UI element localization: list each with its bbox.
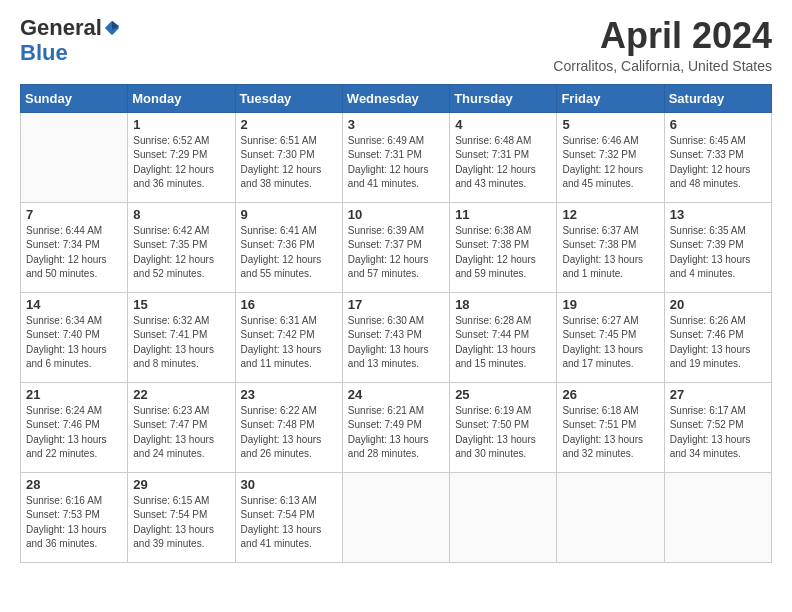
day-number: 12 bbox=[562, 207, 658, 222]
day-number: 21 bbox=[26, 387, 122, 402]
calendar-cell bbox=[664, 472, 771, 562]
logo-icon bbox=[103, 19, 121, 37]
day-info: Sunrise: 6:30 AMSunset: 7:43 PMDaylight:… bbox=[348, 314, 444, 372]
day-number: 24 bbox=[348, 387, 444, 402]
week-row-3: 14Sunrise: 6:34 AMSunset: 7:40 PMDayligh… bbox=[21, 292, 772, 382]
calendar-cell: 3Sunrise: 6:49 AMSunset: 7:31 PMDaylight… bbox=[342, 112, 449, 202]
day-number: 7 bbox=[26, 207, 122, 222]
day-info: Sunrise: 6:15 AMSunset: 7:54 PMDaylight:… bbox=[133, 494, 229, 552]
day-info: Sunrise: 6:49 AMSunset: 7:31 PMDaylight:… bbox=[348, 134, 444, 192]
calendar-cell: 20Sunrise: 6:26 AMSunset: 7:46 PMDayligh… bbox=[664, 292, 771, 382]
calendar-cell: 10Sunrise: 6:39 AMSunset: 7:37 PMDayligh… bbox=[342, 202, 449, 292]
day-number: 14 bbox=[26, 297, 122, 312]
day-info: Sunrise: 6:27 AMSunset: 7:45 PMDaylight:… bbox=[562, 314, 658, 372]
logo: General Blue bbox=[20, 16, 121, 66]
day-number: 29 bbox=[133, 477, 229, 492]
day-info: Sunrise: 6:41 AMSunset: 7:36 PMDaylight:… bbox=[241, 224, 337, 282]
calendar-cell: 28Sunrise: 6:16 AMSunset: 7:53 PMDayligh… bbox=[21, 472, 128, 562]
calendar-cell: 19Sunrise: 6:27 AMSunset: 7:45 PMDayligh… bbox=[557, 292, 664, 382]
day-info: Sunrise: 6:35 AMSunset: 7:39 PMDaylight:… bbox=[670, 224, 766, 282]
weekday-header-monday: Monday bbox=[128, 84, 235, 112]
day-info: Sunrise: 6:37 AMSunset: 7:38 PMDaylight:… bbox=[562, 224, 658, 282]
calendar-cell: 14Sunrise: 6:34 AMSunset: 7:40 PMDayligh… bbox=[21, 292, 128, 382]
day-info: Sunrise: 6:23 AMSunset: 7:47 PMDaylight:… bbox=[133, 404, 229, 462]
week-row-4: 21Sunrise: 6:24 AMSunset: 7:46 PMDayligh… bbox=[21, 382, 772, 472]
day-info: Sunrise: 6:45 AMSunset: 7:33 PMDaylight:… bbox=[670, 134, 766, 192]
day-number: 6 bbox=[670, 117, 766, 132]
calendar-cell: 8Sunrise: 6:42 AMSunset: 7:35 PMDaylight… bbox=[128, 202, 235, 292]
calendar-cell bbox=[450, 472, 557, 562]
calendar-cell: 7Sunrise: 6:44 AMSunset: 7:34 PMDaylight… bbox=[21, 202, 128, 292]
calendar-cell: 24Sunrise: 6:21 AMSunset: 7:49 PMDayligh… bbox=[342, 382, 449, 472]
day-info: Sunrise: 6:52 AMSunset: 7:29 PMDaylight:… bbox=[133, 134, 229, 192]
weekday-header-row: SundayMondayTuesdayWednesdayThursdayFrid… bbox=[21, 84, 772, 112]
day-info: Sunrise: 6:17 AMSunset: 7:52 PMDaylight:… bbox=[670, 404, 766, 462]
calendar-table: SundayMondayTuesdayWednesdayThursdayFrid… bbox=[20, 84, 772, 563]
day-number: 9 bbox=[241, 207, 337, 222]
calendar-cell: 1Sunrise: 6:52 AMSunset: 7:29 PMDaylight… bbox=[128, 112, 235, 202]
day-info: Sunrise: 6:16 AMSunset: 7:53 PMDaylight:… bbox=[26, 494, 122, 552]
day-info: Sunrise: 6:28 AMSunset: 7:44 PMDaylight:… bbox=[455, 314, 551, 372]
day-info: Sunrise: 6:48 AMSunset: 7:31 PMDaylight:… bbox=[455, 134, 551, 192]
calendar-cell: 9Sunrise: 6:41 AMSunset: 7:36 PMDaylight… bbox=[235, 202, 342, 292]
day-info: Sunrise: 6:24 AMSunset: 7:46 PMDaylight:… bbox=[26, 404, 122, 462]
day-info: Sunrise: 6:22 AMSunset: 7:48 PMDaylight:… bbox=[241, 404, 337, 462]
title-area: April 2024 Corralitos, California, Unite… bbox=[553, 16, 772, 74]
day-number: 4 bbox=[455, 117, 551, 132]
day-info: Sunrise: 6:46 AMSunset: 7:32 PMDaylight:… bbox=[562, 134, 658, 192]
day-number: 18 bbox=[455, 297, 551, 312]
day-number: 20 bbox=[670, 297, 766, 312]
day-number: 1 bbox=[133, 117, 229, 132]
logo-blue-text: Blue bbox=[20, 40, 68, 65]
calendar-cell: 12Sunrise: 6:37 AMSunset: 7:38 PMDayligh… bbox=[557, 202, 664, 292]
day-number: 3 bbox=[348, 117, 444, 132]
day-info: Sunrise: 6:44 AMSunset: 7:34 PMDaylight:… bbox=[26, 224, 122, 282]
day-info: Sunrise: 6:39 AMSunset: 7:37 PMDaylight:… bbox=[348, 224, 444, 282]
calendar-cell: 11Sunrise: 6:38 AMSunset: 7:38 PMDayligh… bbox=[450, 202, 557, 292]
month-title: April 2024 bbox=[553, 16, 772, 56]
weekday-header-friday: Friday bbox=[557, 84, 664, 112]
weekday-header-sunday: Sunday bbox=[21, 84, 128, 112]
day-number: 15 bbox=[133, 297, 229, 312]
day-info: Sunrise: 6:21 AMSunset: 7:49 PMDaylight:… bbox=[348, 404, 444, 462]
day-number: 16 bbox=[241, 297, 337, 312]
calendar-cell bbox=[21, 112, 128, 202]
day-info: Sunrise: 6:26 AMSunset: 7:46 PMDaylight:… bbox=[670, 314, 766, 372]
day-info: Sunrise: 6:34 AMSunset: 7:40 PMDaylight:… bbox=[26, 314, 122, 372]
calendar-cell: 25Sunrise: 6:19 AMSunset: 7:50 PMDayligh… bbox=[450, 382, 557, 472]
calendar-cell: 5Sunrise: 6:46 AMSunset: 7:32 PMDaylight… bbox=[557, 112, 664, 202]
day-number: 5 bbox=[562, 117, 658, 132]
day-number: 26 bbox=[562, 387, 658, 402]
day-number: 30 bbox=[241, 477, 337, 492]
calendar-cell: 4Sunrise: 6:48 AMSunset: 7:31 PMDaylight… bbox=[450, 112, 557, 202]
calendar-cell: 15Sunrise: 6:32 AMSunset: 7:41 PMDayligh… bbox=[128, 292, 235, 382]
day-number: 8 bbox=[133, 207, 229, 222]
day-number: 11 bbox=[455, 207, 551, 222]
day-info: Sunrise: 6:31 AMSunset: 7:42 PMDaylight:… bbox=[241, 314, 337, 372]
week-row-1: 1Sunrise: 6:52 AMSunset: 7:29 PMDaylight… bbox=[21, 112, 772, 202]
calendar-cell: 13Sunrise: 6:35 AMSunset: 7:39 PMDayligh… bbox=[664, 202, 771, 292]
day-info: Sunrise: 6:13 AMSunset: 7:54 PMDaylight:… bbox=[241, 494, 337, 552]
logo-general-text: General bbox=[20, 16, 102, 40]
calendar-cell: 21Sunrise: 6:24 AMSunset: 7:46 PMDayligh… bbox=[21, 382, 128, 472]
calendar-cell: 23Sunrise: 6:22 AMSunset: 7:48 PMDayligh… bbox=[235, 382, 342, 472]
calendar-cell: 17Sunrise: 6:30 AMSunset: 7:43 PMDayligh… bbox=[342, 292, 449, 382]
calendar-cell: 16Sunrise: 6:31 AMSunset: 7:42 PMDayligh… bbox=[235, 292, 342, 382]
week-row-5: 28Sunrise: 6:16 AMSunset: 7:53 PMDayligh… bbox=[21, 472, 772, 562]
day-info: Sunrise: 6:32 AMSunset: 7:41 PMDaylight:… bbox=[133, 314, 229, 372]
calendar-cell: 6Sunrise: 6:45 AMSunset: 7:33 PMDaylight… bbox=[664, 112, 771, 202]
day-number: 27 bbox=[670, 387, 766, 402]
location-text: Corralitos, California, United States bbox=[553, 58, 772, 74]
weekday-header-tuesday: Tuesday bbox=[235, 84, 342, 112]
day-info: Sunrise: 6:19 AMSunset: 7:50 PMDaylight:… bbox=[455, 404, 551, 462]
calendar-cell: 29Sunrise: 6:15 AMSunset: 7:54 PMDayligh… bbox=[128, 472, 235, 562]
day-number: 19 bbox=[562, 297, 658, 312]
day-number: 23 bbox=[241, 387, 337, 402]
day-info: Sunrise: 6:38 AMSunset: 7:38 PMDaylight:… bbox=[455, 224, 551, 282]
calendar-cell: 2Sunrise: 6:51 AMSunset: 7:30 PMDaylight… bbox=[235, 112, 342, 202]
page-header: General Blue April 2024 Corralitos, Cali… bbox=[20, 16, 772, 74]
weekday-header-thursday: Thursday bbox=[450, 84, 557, 112]
day-number: 25 bbox=[455, 387, 551, 402]
day-number: 10 bbox=[348, 207, 444, 222]
day-info: Sunrise: 6:18 AMSunset: 7:51 PMDaylight:… bbox=[562, 404, 658, 462]
